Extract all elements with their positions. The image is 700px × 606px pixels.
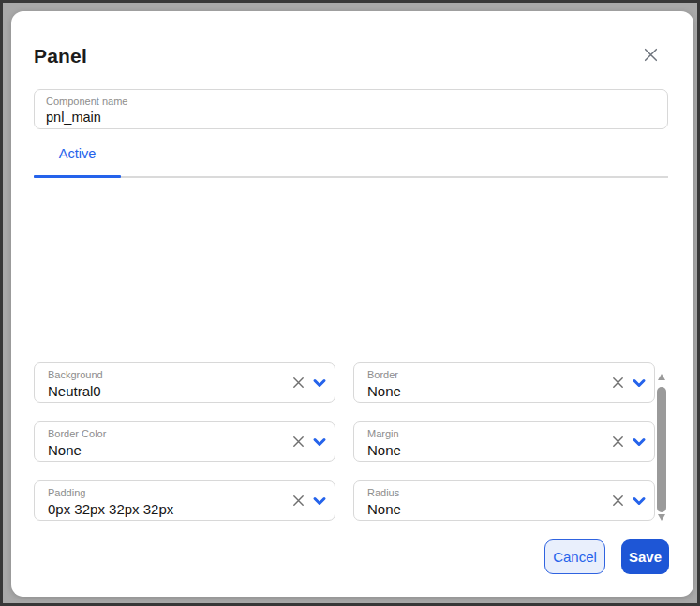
field-value: None [48, 441, 275, 460]
close-icon [643, 47, 659, 63]
scroll-up-icon[interactable] [658, 374, 665, 380]
field-label: Margin [367, 428, 594, 441]
clear-icon [611, 494, 625, 508]
dropdown-toggle[interactable] [632, 376, 647, 391]
dialog-title: Panel [34, 45, 87, 67]
dropdown-toggle[interactable] [312, 376, 327, 391]
field-label: Radius [367, 487, 594, 500]
scrollbar[interactable] [657, 357, 667, 525]
scroll-down-icon[interactable] [658, 514, 665, 521]
chevron-down-icon [632, 376, 647, 391]
field-value: 0px 32px 32px 32px [48, 500, 275, 519]
close-button[interactable] [638, 42, 663, 67]
chevron-down-icon [312, 435, 327, 450]
component-name-field[interactable]: Component name [34, 89, 668, 129]
chevron-down-icon [312, 494, 327, 509]
select-field-radius[interactable]: Radius None [353, 480, 655, 521]
dropdown-toggle[interactable] [312, 494, 327, 509]
clear-icon [291, 494, 305, 508]
panel-dialog: Panel Component name Active Background N… [11, 11, 693, 597]
field-label: Padding [48, 487, 275, 500]
clear-icon [611, 376, 625, 390]
save-button[interactable]: Save [621, 539, 669, 574]
clear-icon [291, 376, 305, 390]
field-label: Background [48, 369, 275, 382]
clear-button[interactable] [291, 494, 305, 508]
field-value: None [367, 382, 594, 401]
select-field-border[interactable]: Border None [353, 362, 655, 403]
dropdown-toggle[interactable] [312, 435, 327, 450]
dropdown-toggle[interactable] [632, 435, 647, 450]
select-field-border-color[interactable]: Border Color None [34, 421, 335, 462]
chevron-down-icon [312, 376, 327, 391]
cancel-button[interactable]: Cancel [544, 539, 605, 574]
tab-bar: Active [34, 140, 668, 179]
clear-icon [291, 435, 305, 449]
clear-button[interactable] [611, 435, 625, 449]
clear-button[interactable] [291, 376, 305, 390]
clear-icon [611, 435, 625, 449]
clear-button[interactable] [291, 435, 305, 449]
chevron-down-icon [632, 494, 647, 509]
select-field-padding[interactable]: Padding 0px 32px 32px 32px [34, 480, 335, 521]
style-fields-grid: Background Neutral0 Border None [34, 362, 655, 521]
scrollbar-thumb[interactable] [657, 387, 666, 512]
tab-active[interactable]: Active [34, 140, 121, 176]
select-field-margin[interactable]: Margin None [353, 421, 655, 462]
dropdown-toggle[interactable] [632, 494, 647, 509]
field-label: Border Color [48, 428, 275, 441]
field-value: None [367, 441, 594, 460]
field-value: Neutral0 [48, 382, 275, 401]
select-field-background[interactable]: Background Neutral0 [34, 362, 335, 403]
screen-frame: Panel Component name Active Background N… [0, 0, 700, 606]
component-name-input[interactable] [46, 109, 656, 125]
field-label: Border [367, 369, 594, 382]
dialog-footer: Cancel Save [544, 539, 669, 574]
active-tab-indicator [34, 175, 121, 178]
tab-baseline [34, 176, 668, 178]
clear-button[interactable] [611, 494, 625, 508]
component-name-label: Component name [46, 96, 656, 109]
clear-button[interactable] [611, 376, 625, 390]
chevron-down-icon [632, 435, 647, 450]
field-value: None [367, 500, 594, 519]
